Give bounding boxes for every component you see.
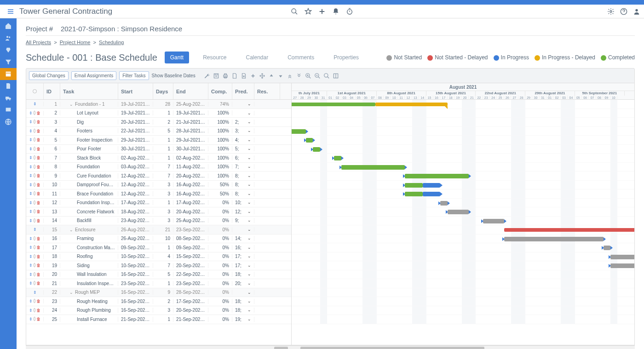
cell-comp[interactable]: 100% <box>208 120 232 125</box>
delete-icon[interactable]: 🗑 <box>36 147 40 151</box>
save-icon[interactable] <box>213 73 219 79</box>
select-radio[interactable] <box>34 191 35 195</box>
delete-icon[interactable]: 🗑 <box>36 317 40 321</box>
help-icon[interactable] <box>620 8 627 15</box>
calendar-icon[interactable]: 📅 <box>205 236 208 241</box>
col-task[interactable]: Task <box>60 83 118 99</box>
cell-end[interactable]: 21-Sep-2021 📅 <box>173 317 208 322</box>
cell-comp[interactable]: 0% <box>208 245 232 250</box>
move-icon[interactable] <box>259 73 265 79</box>
delete-icon[interactable]: 🗑 <box>36 209 40 214</box>
tab-gantt[interactable]: Gantt <box>165 51 189 63</box>
cell-task[interactable]: Foundation Inspection <box>60 200 118 205</box>
cell-pred[interactable]: 8; ⌄ <box>232 191 254 196</box>
cell-end[interactable]: 11-Aug-2021 📅 <box>173 164 208 169</box>
select-all-radio[interactable] <box>33 89 37 93</box>
cell-days[interactable]: 2 <box>153 299 173 304</box>
cell-days[interactable]: 1 <box>153 281 173 286</box>
cell-pred[interactable]: 18; ⌄ <box>232 272 254 277</box>
delete-icon[interactable]: 🗑 <box>36 263 40 268</box>
sidebar-item-schedule[interactable] <box>0 68 17 80</box>
cell-start[interactable]: 30-Jul-2021 📅 <box>118 146 153 151</box>
select-radio[interactable] <box>34 281 35 285</box>
reorder-icon[interactable]: ⇕ <box>29 191 33 196</box>
reorder-icon[interactable]: ⇕ <box>33 290 37 295</box>
breadcrumb-home[interactable]: Project Home <box>60 40 91 45</box>
calendar-icon[interactable]: 📅 <box>150 246 153 250</box>
calendar-icon[interactable]: 📅 <box>150 299 153 304</box>
calendar-icon[interactable]: 📅 <box>205 281 208 286</box>
calendar-icon[interactable]: 📅 <box>148 120 153 125</box>
calendar-icon[interactable]: 📅 <box>205 272 208 277</box>
delete-icon[interactable]: 🗑 <box>36 173 40 178</box>
calendar-icon[interactable]: 📅 <box>150 174 153 178</box>
cell-comp[interactable]: 0% <box>208 317 232 322</box>
gantt-bar[interactable] <box>440 201 447 206</box>
cell-task[interactable]: Pour Footer <box>60 146 118 151</box>
cell-start[interactable]: 12-Aug-2021 📅 <box>118 182 153 187</box>
breadcrumb-all[interactable]: All Projects <box>26 40 51 45</box>
cell-start[interactable]: 17-Aug-2021 📅 <box>118 200 153 205</box>
cell-start[interactable]: 02-Aug-2021 📅 <box>118 155 153 160</box>
task-row[interactable]: ⇕🗑23Rough Heating16-Sep-2021 📅217-Sep-20… <box>26 297 291 306</box>
cell-task[interactable]: Concrete Flatwork <box>60 209 118 214</box>
cell-pred[interactable]: ⌄ <box>232 102 254 106</box>
calendar-icon[interactable]: 📅 <box>205 290 208 295</box>
reorder-icon[interactable]: ⇕ <box>29 155 33 160</box>
task-row[interactable]: ⇕🗑19Siding10-Sep-2021 📅720-Sep-2021 📅0%1… <box>26 261 291 270</box>
cell-end[interactable]: 23-Sep-2021 📅 <box>173 281 208 286</box>
gantt-bar[interactable] <box>313 147 320 152</box>
calendar-icon[interactable]: 📅 <box>150 200 153 205</box>
task-row[interactable]: ⇕1⌄Foundation - 119-Jul-2021 📅2825-Aug-2… <box>26 100 291 109</box>
cell-task[interactable]: Backfill <box>60 218 118 223</box>
cell-end[interactable]: 28-Sep-2021 📅 <box>173 290 208 295</box>
reorder-icon[interactable]: ⇕ <box>29 129 33 133</box>
task-row[interactable]: ⇕🗑5Footer Inspection29-Jul-2021 📅129-Jul… <box>26 136 291 145</box>
cell-start[interactable]: 26-Aug-2021 📅 <box>118 227 153 232</box>
cell-pred[interactable]: ⌄ <box>232 227 254 232</box>
cell-end[interactable]: 28-Jul-2021 📅 <box>173 128 208 133</box>
cell-comp[interactable]: 0% <box>208 218 232 223</box>
collapse-icon[interactable]: ⌄ <box>69 228 73 232</box>
reorder-icon[interactable]: ⇕ <box>29 254 33 259</box>
gantt-bar[interactable] <box>405 174 469 178</box>
col-pred[interactable]: Pred. <box>232 83 254 99</box>
cell-comp[interactable]: 0% <box>208 254 232 259</box>
cell-pred[interactable]: ⌄ <box>232 111 254 115</box>
calendar-icon[interactable]: 📅 <box>150 156 153 160</box>
cell-start[interactable]: 23-Sep-2021 📅 <box>118 281 153 286</box>
delete-icon[interactable]: 🗑 <box>36 218 40 223</box>
calendar-icon[interactable]: 📅 <box>150 254 153 259</box>
calendar-icon[interactable]: 📅 <box>148 138 153 143</box>
task-row[interactable]: ⇕🗑14Backfill23-Aug-2021 📅325-Aug-2021 📅0… <box>26 217 291 226</box>
filter-tasks-button[interactable]: Filter Tasks <box>119 71 149 80</box>
task-row[interactable]: ⇕🗑3Dig20-Jul-2021 📅221-Jul-2021 📅100%2; … <box>26 118 291 127</box>
cell-days[interactable]: 7 <box>153 263 173 268</box>
cell-pred[interactable]: 4; ⌄ <box>232 137 254 143</box>
columns-icon[interactable] <box>333 73 339 79</box>
cell-start[interactable]: 23-Aug-2021 📅 <box>118 218 153 223</box>
reorder-icon[interactable]: ⇕ <box>33 102 37 106</box>
cell-task[interactable]: Foundation <box>60 164 118 169</box>
cell-task[interactable]: ⌄Rough MEP <box>60 290 118 295</box>
chevron-down-icon[interactable]: ⌄ <box>247 137 251 142</box>
cell-end[interactable]: 23-Sep-2021 📅 <box>173 227 208 232</box>
show-baseline-link[interactable]: Show Baseline Dates <box>152 73 196 78</box>
select-radio[interactable] <box>34 236 35 240</box>
cell-task[interactable]: Dampproof Foundation <box>60 182 118 187</box>
calendar-icon[interactable]: 📅 <box>205 183 208 187</box>
cell-pred[interactable]: 8; ⌄ <box>232 182 254 187</box>
cell-start[interactable]: 19-Jul-2021 📅 <box>118 102 153 107</box>
cell-task[interactable]: Rough Plumbing <box>60 308 118 313</box>
gantt-bar[interactable] <box>483 219 504 223</box>
tab-properties[interactable]: Properties <box>328 51 364 63</box>
chart-body[interactable] <box>292 100 634 345</box>
col-start[interactable]: Start <box>118 83 153 99</box>
collapse-icon[interactable]: ⌄ <box>69 290 73 295</box>
calendar-icon[interactable]: 📅 <box>150 263 153 268</box>
gantt-bar[interactable] <box>504 237 604 241</box>
cell-end[interactable]: 30-Jul-2021 📅 <box>173 146 208 151</box>
select-radio[interactable] <box>34 254 35 258</box>
calendar-icon[interactable]: 📅 <box>205 102 208 107</box>
col-id[interactable]: ID <box>44 83 60 99</box>
